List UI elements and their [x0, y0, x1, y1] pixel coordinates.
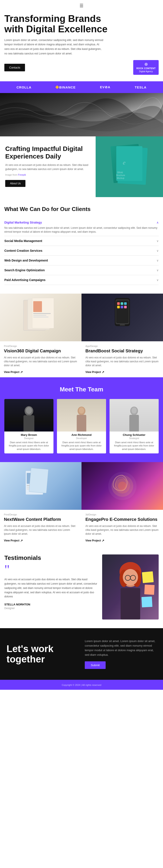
svg-rect-22 [124, 302, 127, 305]
team-photo-1 [57, 399, 106, 432]
crafting-description: At vero eos et accusam et justo duo dolo… [5, 163, 90, 171]
portfolio-item-1: App/Design BrandBoost Social Strategy At… [82, 293, 163, 377]
view-project-link-0[interactable]: View Project ↗ [4, 370, 23, 374]
svg-rect-34 [129, 415, 139, 432]
crafting-title: Crafting Impactful Digital Experiences D… [5, 145, 90, 160]
svg-rect-57 [144, 585, 155, 595]
portfolio-desc-0: At vero eos et accusam et justo duo dolo… [4, 355, 78, 367]
header: ☰ [0, 0, 163, 11]
service-item-1[interactable]: Social Media Management ∨ [4, 236, 159, 246]
arrow-right-icon-3: ↗ [102, 539, 104, 542]
badge-line2: Digital Agency [136, 70, 156, 73]
team-role-1: Developer [59, 437, 104, 439]
svg-rect-12 [33, 313, 51, 314]
svg-rect-11 [33, 301, 42, 312]
portfolio-title-3: EngagePro E-Commerce Solutions [85, 517, 159, 522]
brochure-mockup: e Bifold Brochure Mockup [108, 141, 151, 193]
svg-rect-58 [141, 596, 152, 607]
service-item-5[interactable]: Paid Advertising Campaigns ∨ [4, 275, 159, 285]
portfolio-tag-0: Print/Design [4, 345, 78, 347]
testimonials-title: Testimonials [4, 554, 98, 561]
portfolio-desc-3: At vero eos et accusam et justo duo dolo… [85, 524, 159, 536]
client-logo-tesla: TESLA [135, 86, 146, 89]
svg-rect-28 [24, 415, 34, 432]
brochure-portfolio-img [21, 296, 60, 339]
portfolio-content-1: App/Design BrandBoost Social Strategy At… [82, 341, 163, 377]
team-name-0: Mary Brown [7, 433, 51, 436]
service-item-0[interactable]: Digital Marketing Strategy ∧ No sea taki… [4, 218, 159, 236]
services-title: What We Can Do for Our Clients [4, 206, 159, 213]
hero-description: Lorem ipsum dolor sit amet, consectetur … [4, 38, 104, 56]
testimonial-role: Designer [4, 607, 98, 610]
testimonial-person-img [102, 554, 159, 620]
hero-section: Transforming Brands with Digital Excelle… [0, 11, 163, 81]
cta-section: Let's work together Lorem ipsum dolor si… [0, 628, 163, 680]
team-desc-2: Diam amet minit rhinci libero ante at fr… [112, 441, 156, 451]
badge-icon: ◎ [136, 62, 156, 67]
svg-rect-55 [120, 588, 140, 620]
svg-rect-25 [124, 306, 127, 308]
svg-rect-13 [33, 315, 46, 316]
portfolio-title-2: NextWave Content Platform [4, 517, 78, 522]
svg-rect-20 [117, 302, 120, 305]
view-project-link-1[interactable]: View Project ↗ [85, 370, 104, 374]
service-desc-0: No sea takimata sanctus est Lorem ipsum … [4, 226, 159, 234]
arrow-right-icon-1: ↗ [102, 370, 104, 374]
chevron-down-icon-3: ∨ [157, 259, 159, 262]
portfolio-image-0 [0, 293, 82, 341]
phone-portfolio-img [109, 296, 135, 339]
contacts-button[interactable]: Contacts [4, 64, 25, 71]
portfolio-desc-1: At vero eos et accusam et justo duo dolo… [85, 355, 159, 367]
svg-rect-24 [120, 306, 123, 308]
view-project-link-3[interactable]: View Project ↗ [85, 539, 104, 542]
cta-description: Lorem ipsum dolor sit amet. Lorem ipsum … [85, 639, 157, 657]
team-role-2: Strategist [112, 437, 156, 439]
service-label-4: Search Engine Optimization [4, 269, 45, 272]
svg-text:Bifold: Bifold [117, 171, 123, 174]
service-item-2[interactable]: Content Creation Services ∨ [4, 246, 159, 256]
chevron-down-icon-1: ∨ [157, 239, 159, 243]
portfolio-image-1 [82, 293, 163, 341]
testimonials-image [102, 554, 159, 620]
portfolio-item-2: Print/Design NextWave Content Platform A… [0, 462, 82, 546]
portfolio-image-3 [82, 462, 163, 510]
portfolio-image-2 [0, 462, 82, 510]
svg-text:e: e [123, 159, 126, 166]
service-label-5: Paid Advertising Campaigns [4, 278, 46, 282]
client-logo-evga: EV⊘A [100, 85, 110, 89]
submit-button[interactable]: Submit [85, 661, 106, 669]
client-logo-crolla: CROLLA [17, 86, 31, 89]
chevron-up-icon-0: ∧ [157, 221, 159, 224]
service-item-4[interactable]: Search Engine Optimization ∨ [4, 266, 159, 275]
team-grid: Mary Brown Designer Diam amet minit rhin… [4, 399, 159, 454]
crafting-content: Crafting Impactful Digital Experiences D… [0, 136, 96, 197]
crafting-credit-link[interactable]: Freepik [18, 174, 26, 176]
svg-rect-26 [120, 324, 125, 325]
about-button[interactable]: About Us [5, 180, 25, 187]
service-label-1: Social Media Management [4, 239, 42, 243]
team-card-0: Mary Brown Designer Diam amet minit rhin… [4, 399, 53, 454]
team-desc-0: Diam amet minit rhinci libero ante at fr… [7, 441, 51, 451]
service-label-3: Web Design and Development [4, 259, 48, 262]
client-logo-binance: BINANCE [56, 86, 76, 89]
chevron-down-icon-5: ∨ [157, 278, 159, 282]
portfolio-content-3: 3d/Design EngagePro E-Commerce Solutions… [82, 510, 163, 546]
chevron-down-icon-2: ∨ [157, 249, 159, 252]
portfolio-desc-2: At vero eos et accusam et justo duo dolo… [4, 524, 78, 536]
service-item-3[interactable]: Web Design and Development ∨ [4, 256, 159, 266]
portfolio-item-0: Print/Design Vision360 Digital Campaign … [0, 293, 82, 377]
svg-rect-56 [142, 571, 154, 583]
view-project-link-2[interactable]: View Project ↗ [4, 539, 23, 542]
portfolio-title-1: BrandBoost Social Strategy [85, 348, 159, 353]
arrow-right-icon-0: ↗ [20, 370, 23, 374]
ecommerce-img [105, 466, 140, 505]
hero-banner-image [0, 93, 163, 136]
testimonial-name: STELLA NORHTON [4, 603, 98, 606]
svg-rect-14 [33, 317, 49, 317]
portfolio-tag-1: App/Design [85, 345, 159, 347]
svg-point-32 [79, 407, 84, 413]
hamburger-menu-icon[interactable]: ☰ [80, 3, 83, 8]
cta-title: Let's work together [6, 644, 78, 664]
crafting-image: e Bifold Brochure Mockup [96, 136, 163, 197]
svg-text:Mockup: Mockup [117, 177, 124, 179]
